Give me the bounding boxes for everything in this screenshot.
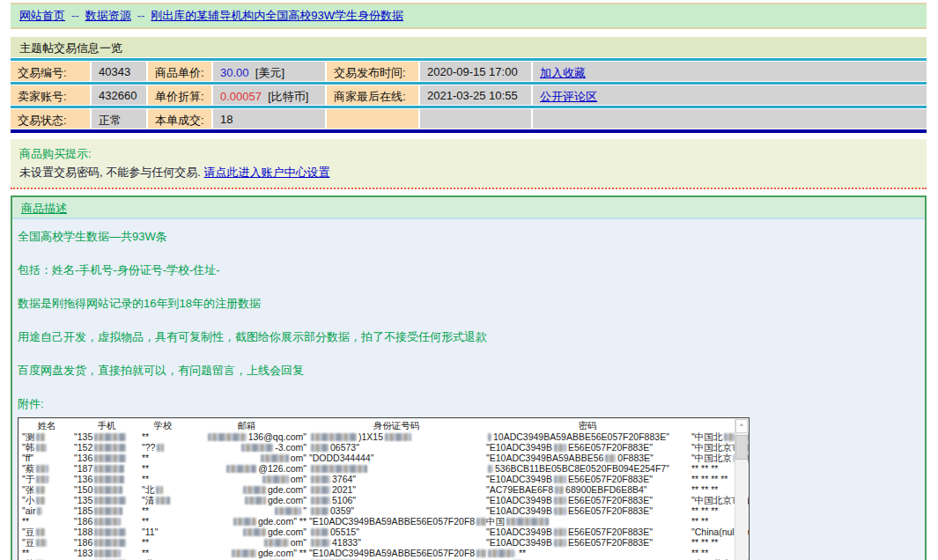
sheet-cell: **: [142, 431, 187, 442]
divider: [11, 82, 927, 85]
redacted-blur: [555, 486, 564, 494]
sheet-cell: "E10ADC3949BA59ABBE560F883E": [486, 453, 691, 463]
sheet-cell: "air: [22, 505, 74, 516]
sheet-cell: **: [22, 548, 74, 558]
redacted-blur: [385, 433, 411, 441]
redacted-blur: [243, 486, 266, 494]
product-description-panel: 商品描述 全国高校学生数据—共93W条包括：姓名-手机号-身份证号-学校-住址-…: [11, 195, 927, 560]
last-online-label: 商家最后在线:: [327, 85, 418, 105]
purchase-tips: 商品购买提示: 未设置交易密码, 不能参与任何交易. 请点此进入账户中心设置: [11, 139, 927, 189]
sheet-cell: 3764": [309, 474, 486, 484]
redacted-blur: [94, 507, 122, 515]
sheet-row: "air"185**"0359""E10ADC3949BE56E057F20F8…: [22, 505, 750, 516]
publish-time-label: 交易发布时间:: [327, 62, 418, 81]
scroll-up-button[interactable]: ^: [735, 419, 748, 433]
sheet-cell: [309, 463, 486, 474]
redacted-blur: [605, 454, 616, 462]
redacted-blur: [245, 497, 266, 505]
sheet-cell: "北: [142, 484, 187, 495]
sheet-column-header: 邮箱: [187, 420, 309, 431]
sheet-cell: "E10ADC3949BE56E057F20F883E": [486, 442, 691, 453]
deals-count-label: 本单成交:: [148, 109, 211, 129]
sheet-cell: "136: [74, 453, 142, 463]
sheet-cell: "185: [74, 505, 142, 516]
sheet-cell: "187: [74, 463, 142, 474]
sheet-cell: **: [142, 548, 187, 558]
sheet-body: "测"135**136@qq.com")1X1510ADC3949BA59ABB…: [22, 431, 750, 560]
redacted-blur: [476, 518, 486, 526]
breadcrumb-link[interactable]: 网站首页: [19, 9, 65, 22]
redacted-blur: [311, 486, 330, 494]
sheet-cell: "张: [22, 484, 74, 495]
redacted-blur: [554, 539, 566, 547]
redacted-blur: [554, 444, 566, 452]
redacted-blur: [554, 507, 566, 515]
sheet-cell: "188: [74, 527, 142, 537]
sheet-cell: om": [187, 474, 309, 484]
redacted-blur: [94, 528, 126, 536]
panel-title: 主题帖交易信息一览: [11, 37, 927, 57]
sheet-cell: "测: [22, 431, 74, 442]
description-paragraph: 数据是刚拖得网站记录的16年到18年的注册数据: [18, 295, 918, 312]
redacted-blur: [94, 444, 126, 452]
sheet-column-header: 身份证号码: [309, 420, 486, 431]
scrollbar[interactable]: ^: [735, 419, 748, 560]
sheet-cell: "E10ADC3949BA59ABBE56E057F20F8: [309, 516, 486, 527]
public-comments-link[interactable]: 公开评论区: [540, 90, 597, 103]
description-header: 商品描述: [12, 197, 925, 219]
redacted-blur: [156, 497, 170, 505]
redacted-blur: [94, 433, 126, 441]
description-paragraph: 附件:: [18, 395, 918, 412]
breadcrumb: 网站首页--数据资源--刚出库的某辅导机构内全国高校93W学生身份数据: [11, 3, 927, 29]
purchase-tips-title: 商品购买提示:: [19, 144, 918, 163]
redacted-blur: [94, 518, 121, 526]
redacted-blur: [311, 507, 329, 515]
sheet-cell: "152: [74, 442, 142, 453]
redacted-blur: [94, 454, 126, 462]
sheet-cell: "??: [142, 442, 187, 453]
sheet-row: "张"150"北gde.com"2021""AC79EBAE6F868900EB…: [22, 484, 750, 495]
unit-price-value: 30.00 [美元]: [213, 62, 325, 81]
redacted-blur: [554, 497, 566, 505]
sheet-cell: gde.com": [187, 495, 309, 505]
redacted-blur: [226, 465, 256, 473]
sheet-cell: "E10ADC3949BE56E057F20F883E": [486, 474, 691, 484]
sheet-cell: om": [187, 453, 309, 463]
redacted-blur: [36, 497, 45, 505]
panel-bottom-border: [11, 129, 927, 133]
sheet-row: "小"135"清gde.com"5106""E10ADC3949BE56E057…: [22, 495, 750, 505]
sheet-row: "测"135**136@qq.com")1X1510ADC3949BA59ABB…: [22, 431, 750, 442]
last-online-value: 2021-03-25 10:55: [420, 85, 531, 105]
sheet-cell: @126.com": [187, 463, 309, 474]
scrollbar-thumb[interactable]: [735, 435, 748, 460]
sheet-cell: **: [142, 505, 187, 516]
description-paragraphs: 全国高校学生数据—共93W条包括：姓名-手机号-身份证号-学校-住址-数据是刚拖…: [18, 228, 918, 412]
sheet-cell: 2021": [309, 484, 486, 495]
redacted-blur: [243, 528, 266, 536]
breadcrumb-link[interactable]: 数据资源: [85, 9, 131, 22]
sheet-row: "ff""136**om""DODD344444""E10ADC3949BA59…: [22, 453, 750, 463]
sheet-cell: 41833": [309, 537, 486, 548]
description-paragraph: 用途自己开发，虚拟物品，具有可复制性，截图给你展示部分数据，拍了不接受任何形式退…: [18, 328, 918, 345]
sheet-cell: 536BCB11BE05BC8E0520FB094E254F7": [486, 463, 691, 474]
sheet-row: "豆"186**om"41833""E10ADC3949BE56E057F20F…: [22, 537, 750, 548]
empty-value-cell: [533, 109, 927, 129]
comments-cell: 公开评论区: [533, 85, 927, 105]
sheet-cell: **: [142, 474, 187, 484]
trade-id-label: 交易编号:: [11, 62, 90, 81]
account-settings-link[interactable]: 请点此进入账户中心设置: [203, 166, 329, 179]
redacted-blur: [275, 507, 301, 515]
breadcrumb-link[interactable]: 刚出库的某辅导机构内全国高校93W学生身份数据: [151, 9, 403, 22]
sheet-cell: 10ADC3949BA59ABBE56E057F20F883E": [486, 431, 691, 442]
sheet-row: **"183**gde.com" **"E10ADC3949BA59ABBE56…: [22, 548, 750, 558]
sheet-cell: "清: [142, 495, 187, 505]
redacted-blur: [311, 433, 357, 441]
empty-label-cell: [327, 109, 418, 129]
add-favorite-link[interactable]: 加入收藏: [540, 66, 586, 79]
redacted-blur: [94, 539, 126, 547]
redacted-blur: [94, 465, 124, 473]
sheet-cell: "135: [74, 431, 142, 442]
redacted-blur: [94, 497, 126, 505]
sheet-row: "于"136**om"3764""E10ADC3949BE56E057F20F8…: [22, 474, 750, 484]
description-paragraph: 百度网盘发货，直接拍就可以，有问题留言，上线会回复: [18, 362, 918, 379]
